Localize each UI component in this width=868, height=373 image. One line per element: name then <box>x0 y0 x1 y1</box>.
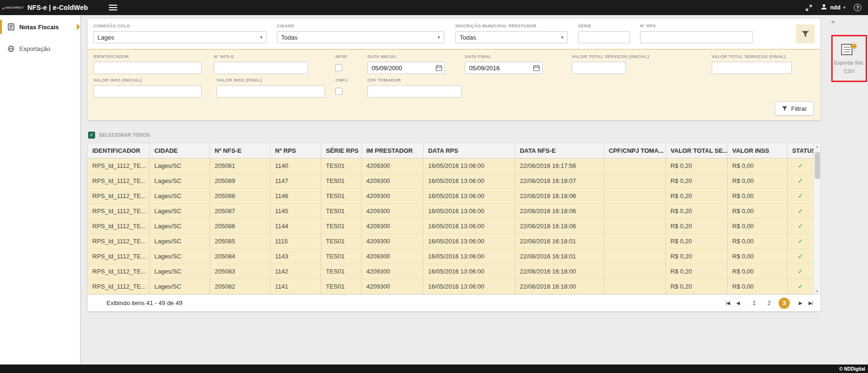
invoices-table-card: IDENTIFICADORCIDADENº NFS-ENº RPSSÉRIE R… <box>88 143 820 311</box>
user-menu[interactable]: ndd ▾ <box>821 4 845 11</box>
page-button[interactable]: 2 <box>763 298 775 309</box>
page-button[interactable]: 3 <box>779 298 790 309</box>
cell-valor-inss: R$ 0,00 <box>727 249 787 264</box>
nnfse-input[interactable] <box>214 62 308 74</box>
data-inicial-input[interactable] <box>367 62 445 74</box>
prev-page-icon[interactable]: ◀ <box>735 300 741 306</box>
sidebar-item-exportacao[interactable]: Exportação <box>0 41 80 57</box>
export-csv-button[interactable]: Exportar Rel. CSV <box>833 41 865 76</box>
table-row[interactable]: RPS_Id_1112_TE... Lages/SC 205089 1147 T… <box>88 174 813 189</box>
table-row[interactable]: RPS_Id_1112_TE... Lages/SC 205087 1145 T… <box>88 204 813 219</box>
table-row[interactable]: RPS_Id_1112_TE... Lages/SC 205083 1142 T… <box>88 264 813 279</box>
page-button[interactable]: 1 <box>748 298 760 309</box>
column-header[interactable]: DATA NFS-E <box>515 143 604 158</box>
select-value: Todas <box>281 34 298 41</box>
cell-im-prestador: 4209300 <box>361 158 423 174</box>
table-row[interactable]: RPS_Id_1112_TE... Lages/SC 205088 1146 T… <box>88 189 813 204</box>
column-header[interactable]: CPF/CNPJ TOMA... <box>604 143 665 158</box>
calendar-icon[interactable] <box>533 65 540 71</box>
status-check-icon: ✓ <box>787 189 813 204</box>
column-header[interactable]: IDENTIFICADOR <box>88 143 149 158</box>
export-label-line2: CSV <box>844 68 855 75</box>
cell-rps: 1145 <box>270 204 321 219</box>
valor-inss-inicial-field: VALOR INSS (INICIAL) <box>93 78 202 98</box>
items-count-label: Exibindo itens 41 - 49 de 49 <box>106 299 182 307</box>
filtrar-button[interactable]: Filtrar <box>775 101 814 116</box>
table-wrap: IDENTIFICADORCIDADENº NFS-ENº RPSSÉRIE R… <box>88 143 820 294</box>
next-page-icon[interactable]: ▶ <box>797 300 803 306</box>
status-check-icon: ✓ <box>787 204 813 219</box>
filter-toggle-button[interactable] <box>796 25 815 43</box>
cell-cpf-cnpj <box>604 189 665 204</box>
column-header[interactable]: DATA RPS <box>423 143 515 158</box>
cell-valor-total: R$ 0,20 <box>665 234 727 249</box>
conexao-cold-select[interactable]: Lages ▾ <box>93 31 267 43</box>
column-header[interactable]: VALOR INSS <box>727 143 787 158</box>
column-header[interactable]: Nº NFS-E <box>210 143 270 158</box>
cell-cpf-cnpj <box>604 264 665 279</box>
select-all-label: SELECIONAR TODOS <box>99 133 150 138</box>
sidebar-item-notas-fiscais[interactable]: Notas Fiscais <box>0 19 80 35</box>
calendar-icon[interactable] <box>436 65 442 71</box>
column-header[interactable]: Nº RPS <box>270 143 321 158</box>
help-icon[interactable]: ? <box>854 4 861 11</box>
cidade-select[interactable]: Todas ▾ <box>277 31 444 43</box>
valor-total-final-input[interactable] <box>712 62 792 74</box>
table-row[interactable]: RPS_Id_1112_TE... Lages/SC 205085 1115 T… <box>88 234 813 249</box>
cpf-tomador-input[interactable] <box>367 85 462 98</box>
column-header[interactable]: CIDADE <box>149 143 210 158</box>
cell-im-prestador: 4209300 <box>361 189 423 204</box>
select-all-row: ✓ SELECIONAR TODOS <box>88 132 820 139</box>
table-row[interactable]: RPS_Id_1112_TE... Lages/SC 205084 1143 T… <box>88 249 813 264</box>
column-header[interactable]: STATUS <box>787 143 813 158</box>
cnpj-checkbox[interactable] <box>335 88 342 95</box>
data-final-input[interactable] <box>465 62 543 74</box>
inscricao-municipal-select[interactable]: Todas ▾ <box>455 31 568 43</box>
nrps-field: N° RPS <box>640 24 753 43</box>
identificador-input[interactable] <box>93 62 202 74</box>
funnel-icon <box>782 106 787 111</box>
status-check-icon: ✓ <box>787 219 813 234</box>
check-icon: ✓ <box>89 132 94 138</box>
table-row[interactable]: RPS_Id_1112_TE... Lages/SC 205086 1144 T… <box>88 219 813 234</box>
last-page-icon[interactable]: ▶| <box>807 300 814 306</box>
table-row[interactable]: RPS_Id_1112_TE... Lages/SC 205082 1141 T… <box>88 279 813 294</box>
cell-data-rps: 16/05/2016 13:06:00 <box>423 234 515 249</box>
valor-inss-final-input[interactable] <box>217 85 325 98</box>
topbar-actions: ndd ▾ ? <box>805 4 868 11</box>
status-check-icon: ✓ <box>787 264 813 279</box>
scroll-down-icon[interactable]: ▼ <box>816 290 819 293</box>
serie-input[interactable] <box>578 31 630 43</box>
cell-cidade: Lages/SC <box>149 234 210 249</box>
select-all-checkbox[interactable]: ✓ <box>88 132 95 139</box>
table-row[interactable]: RPS_Id_1112_TE... Lages/SC 205081 1140 T… <box>88 158 813 174</box>
cell-valor-total: R$ 0,20 <box>665 279 727 294</box>
status-check-icon: ✓ <box>787 174 813 189</box>
filter-expanded-panel: IDENTIFICADOR N° NFS-E NFSE DATA IN <box>88 49 820 120</box>
nrps-input[interactable] <box>640 31 753 43</box>
cell-valor-inss: R$ 0,00 <box>727 158 787 174</box>
column-header[interactable]: SÉRIE RPS <box>321 143 361 158</box>
cell-im-prestador: 4209300 <box>361 219 423 234</box>
fullscreen-icon[interactable] <box>805 4 812 11</box>
cell-identificador: RPS_Id_1112_TE... <box>88 189 149 204</box>
status-check-icon: ✓ <box>787 249 813 264</box>
cell-valor-total: R$ 0,20 <box>665 219 727 234</box>
collapse-panel-icon[interactable]: » <box>828 17 837 25</box>
document-icon <box>8 23 15 31</box>
valor-inss-inicial-input[interactable] <box>93 85 202 98</box>
table-scrollbar[interactable]: ▲ ▼ <box>813 143 820 294</box>
valor-total-inicial-input[interactable] <box>572 62 626 74</box>
export-label-line1: Exportar Rel. <box>834 59 864 66</box>
cnpj-check-field: CNPJ <box>335 78 354 95</box>
menu-icon[interactable] <box>109 3 117 12</box>
column-header[interactable]: VALOR TOTAL SE... <box>665 143 727 158</box>
cell-nfse: 205082 <box>210 279 270 294</box>
column-header[interactable]: IM PRESTADOR <box>361 143 423 158</box>
valor-total-inicial-field: VALOR TOTAL SERVIÇOS (INICIAL) <box>572 54 709 74</box>
scroll-up-icon[interactable]: ▲ <box>816 145 819 148</box>
scrollbar-thumb[interactable] <box>815 152 820 179</box>
first-page-icon[interactable]: |◀ <box>724 300 731 306</box>
chevron-down-icon: ▾ <box>438 35 440 40</box>
nfse-checkbox[interactable] <box>335 64 342 71</box>
